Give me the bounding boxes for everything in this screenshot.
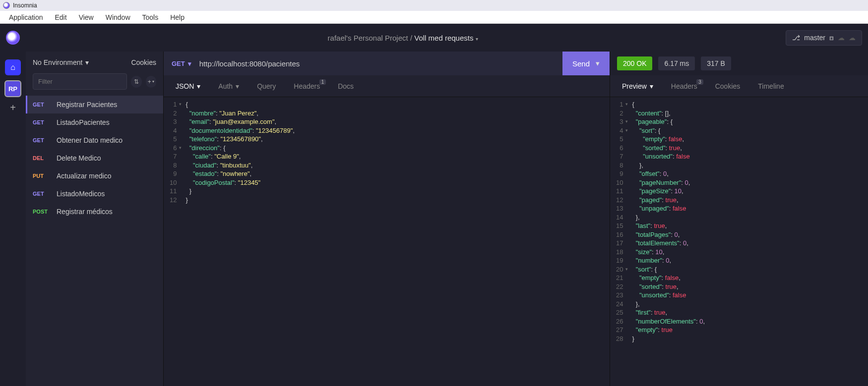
app-header: rafael's Personal Project / Voll med req… bbox=[0, 24, 868, 52]
method-label: GET bbox=[172, 60, 185, 67]
method-dropdown[interactable]: GET ▾ bbox=[164, 52, 199, 75]
method-label: PUT bbox=[33, 173, 51, 179]
menu-window[interactable]: Window bbox=[100, 12, 136, 23]
plus-icon: + bbox=[10, 102, 16, 113]
response-time[interactable]: 6.17 ms bbox=[658, 56, 695, 70]
environment-label: No Environment bbox=[33, 58, 82, 66]
tab-query[interactable]: Query bbox=[248, 77, 285, 95]
request-name: Actualizar medico bbox=[57, 172, 112, 180]
git-branch-button[interactable]: ⎇ master ⧈ ☁ ☁ bbox=[786, 30, 862, 46]
cloud-down-icon: ☁ bbox=[838, 34, 845, 42]
cookies-button[interactable]: Cookies bbox=[131, 58, 156, 66]
breadcrumb-collection: Voll med requests bbox=[414, 34, 473, 42]
add-project-button[interactable]: + bbox=[10, 102, 16, 113]
response-pane: 200 OK 6.17 ms 317 B Preview ▾Headers3Co… bbox=[610, 52, 868, 386]
chevron-down-icon: ▾ bbox=[236, 82, 239, 90]
home-icon: ⌂ bbox=[10, 63, 15, 72]
request-name: Registrar Pacientes bbox=[57, 101, 117, 109]
tab-label: Preview bbox=[622, 82, 647, 90]
tab-label: Docs bbox=[338, 82, 354, 90]
project-button[interactable]: RP bbox=[4, 80, 21, 97]
menu-edit[interactable]: Edit bbox=[49, 12, 73, 23]
tab-preview[interactable]: Preview ▾ bbox=[613, 77, 662, 95]
sidebar: No Environment ▾ Cookies ⇅ +▾ GETRegistr… bbox=[26, 52, 164, 386]
tab-label: JSON bbox=[176, 82, 194, 90]
method-label: GET bbox=[33, 191, 51, 197]
chevron-down-icon[interactable]: ▾ bbox=[596, 59, 600, 68]
project-initials: RP bbox=[8, 85, 17, 93]
tab-headers[interactable]: Headers3 bbox=[662, 77, 706, 95]
tab-auth[interactable]: Auth ▾ bbox=[209, 77, 248, 95]
request-body-editor[interactable]: 123456789101112 { "nombre": "Juan Perez"… bbox=[164, 97, 610, 386]
send-button[interactable]: Send ▾ bbox=[562, 52, 610, 75]
request-item[interactable]: GETListadoPacientes bbox=[26, 113, 163, 131]
menu-view[interactable]: View bbox=[73, 12, 100, 23]
chevron-down-icon: ▾ bbox=[188, 60, 191, 67]
tab-label: Query bbox=[257, 82, 276, 90]
chevron-down-icon: ▾ bbox=[197, 82, 200, 90]
badge: 3 bbox=[696, 79, 703, 85]
git-branch-icon: ⎇ bbox=[792, 34, 800, 42]
request-list: GETRegistrar PacientesGETListadoPaciente… bbox=[26, 96, 163, 386]
insomnia-logo-icon[interactable] bbox=[6, 31, 20, 45]
home-button[interactable]: ⌂ bbox=[5, 59, 21, 75]
request-item[interactable]: PUTActualizar medico bbox=[26, 167, 163, 185]
request-item[interactable]: DELDelete Medico bbox=[26, 149, 163, 167]
method-label: DEL bbox=[33, 155, 51, 161]
tab-timeline[interactable]: Timeline bbox=[749, 77, 793, 95]
request-item[interactable]: GETRegistrar Pacientes bbox=[26, 96, 163, 113]
add-request-button[interactable]: +▾ bbox=[146, 76, 157, 88]
chevron-down-icon: ▾ bbox=[650, 82, 653, 90]
tab-label: Auth bbox=[218, 82, 233, 90]
filter-input[interactable] bbox=[33, 73, 127, 90]
window-title: Insomnia bbox=[13, 2, 37, 9]
tab-docs[interactable]: Docs bbox=[329, 77, 363, 95]
chevron-down-icon: ▾ bbox=[476, 36, 478, 42]
menu-application[interactable]: Application bbox=[3, 12, 49, 23]
breadcrumb[interactable]: rafael's Personal Project / Voll med req… bbox=[328, 34, 478, 42]
tab-json[interactable]: JSON ▾ bbox=[167, 77, 209, 95]
app-logo-icon bbox=[3, 2, 10, 9]
chevron-down-icon: ▾ bbox=[152, 79, 154, 84]
request-pane: GET ▾ http://localhost:8080/pacientes Se… bbox=[164, 52, 610, 386]
sort-icon: ⇅ bbox=[134, 78, 139, 85]
badge: 1 bbox=[319, 79, 326, 85]
url-input[interactable]: http://localhost:8080/pacientes bbox=[199, 52, 562, 75]
window-titlebar: Insomnia bbox=[0, 0, 868, 11]
breadcrumb-project: rafael's Personal Project bbox=[328, 34, 408, 42]
menu-tools[interactable]: Tools bbox=[136, 12, 165, 23]
send-label: Send bbox=[572, 59, 590, 68]
cube-icon: ⧈ bbox=[829, 34, 834, 42]
git-branch-label: master bbox=[804, 34, 825, 42]
method-label: POST bbox=[33, 209, 51, 215]
menu-help[interactable]: Help bbox=[164, 12, 190, 23]
status-badge[interactable]: 200 OK bbox=[617, 56, 652, 70]
tab-label: Cookies bbox=[715, 82, 741, 90]
request-name: Obtener Dato medico bbox=[57, 136, 123, 144]
request-name: ListadoMedicos bbox=[57, 190, 105, 198]
left-rail: ⌂ RP + bbox=[0, 52, 26, 386]
tab-label: Headers bbox=[294, 82, 320, 90]
plus-circle-icon: + bbox=[148, 78, 151, 85]
request-item[interactable]: POSTRegistrar médicos bbox=[26, 203, 163, 221]
request-item[interactable]: GETListadoMedicos bbox=[26, 185, 163, 203]
chevron-down-icon: ▾ bbox=[85, 58, 89, 66]
response-size[interactable]: 317 B bbox=[701, 56, 731, 70]
tab-label: Timeline bbox=[758, 82, 784, 90]
response-statusbar: 200 OK 6.17 ms 317 B bbox=[610, 52, 868, 75]
tab-headers[interactable]: Headers1 bbox=[285, 77, 329, 95]
environment-dropdown[interactable]: No Environment ▾ bbox=[33, 58, 89, 66]
sort-button[interactable]: ⇅ bbox=[131, 76, 142, 88]
request-name: Delete Medico bbox=[57, 154, 101, 162]
response-body-viewer[interactable]: 1234567891011121314151617181920212223242… bbox=[610, 97, 868, 386]
url-bar: GET ▾ http://localhost:8080/pacientes Se… bbox=[164, 52, 610, 75]
method-label: GET bbox=[33, 102, 51, 108]
request-item[interactable]: GETObtener Dato medico bbox=[26, 131, 163, 149]
method-label: GET bbox=[33, 137, 51, 143]
request-tabs: JSON ▾Auth ▾QueryHeaders1Docs bbox=[164, 75, 610, 97]
tab-cookies[interactable]: Cookies bbox=[706, 77, 749, 95]
request-name: Registrar médicos bbox=[57, 208, 113, 216]
tab-label: Headers bbox=[671, 82, 697, 90]
response-tabs: Preview ▾Headers3CookiesTimeline bbox=[610, 75, 868, 97]
cloud-up-icon: ☁ bbox=[849, 34, 856, 42]
